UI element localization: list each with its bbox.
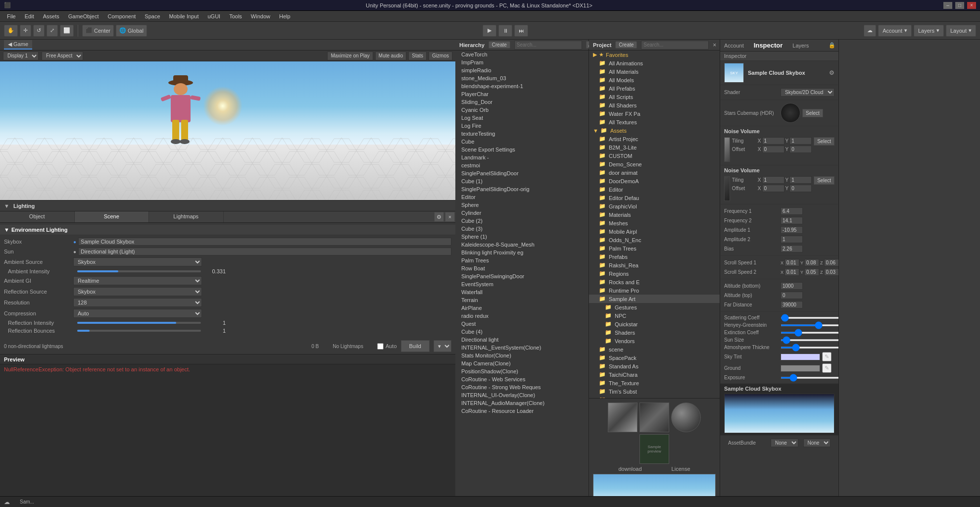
thumbnail-preview[interactable]: Samplepreview bbox=[639, 434, 669, 464]
large-sky-preview[interactable] bbox=[724, 394, 834, 433]
lighting-settings-btn[interactable]: ⚙ bbox=[434, 212, 444, 222]
stats-btn[interactable]: Stats bbox=[408, 51, 427, 60]
h-item-simpleradio[interactable]: simpleRadio bbox=[455, 66, 588, 74]
h-item-dir-light[interactable]: Directional light bbox=[455, 336, 588, 344]
rotate-tool-btn[interactable]: ↺ bbox=[33, 25, 45, 37]
scene-viewport[interactable] bbox=[0, 61, 455, 200]
h-item-cube-2[interactable]: Cube (2) bbox=[455, 217, 588, 225]
amp2-input[interactable] bbox=[781, 236, 803, 243]
p-rakshi[interactable]: 📁 Rakshi_Rea bbox=[589, 261, 720, 269]
play-btn[interactable]: ▶ bbox=[483, 25, 496, 37]
menu-help[interactable]: Help bbox=[275, 12, 294, 20]
extinction-slider[interactable] bbox=[781, 332, 839, 334]
account-btn[interactable]: Account ▾ bbox=[878, 25, 912, 37]
account-tab[interactable]: Account bbox=[724, 43, 744, 49]
sun-size-slider[interactable] bbox=[781, 339, 839, 341]
h-item-blinking[interactable]: Blinking light Proximity eg bbox=[455, 249, 588, 256]
h-item-cube-4[interactable]: Cube (4) bbox=[455, 328, 588, 336]
p-scene[interactable]: 📁 scene bbox=[589, 345, 720, 354]
p-b2m[interactable]: 📁 B2M_3-Lite bbox=[589, 143, 720, 152]
aspect-select[interactable]: Free Aspect bbox=[42, 51, 83, 60]
p-meshes[interactable]: 📁 Meshes bbox=[589, 219, 720, 227]
h-item-coroutine-resource[interactable]: CoRoutine - Resource Loader bbox=[455, 407, 588, 415]
project-create-btn[interactable]: Create bbox=[615, 41, 637, 49]
minimize-btn[interactable]: – bbox=[943, 2, 952, 9]
amp1-input[interactable] bbox=[781, 226, 803, 234]
lighting-close-btn[interactable]: × bbox=[445, 212, 455, 222]
noise1-offset-x[interactable] bbox=[762, 146, 784, 153]
p-taichichara[interactable]: 📁 TaichiChara bbox=[589, 370, 720, 379]
h-item-sphere[interactable]: Sphere bbox=[455, 201, 588, 209]
rect-tool-btn[interactable]: ⬜ bbox=[60, 25, 74, 37]
menu-window[interactable]: Window bbox=[247, 12, 274, 20]
h-item-map-camera[interactable]: Map Camera(Clone) bbox=[455, 359, 588, 367]
auto-checkbox[interactable] bbox=[377, 343, 384, 350]
p-artist-project[interactable]: 📁 Artist Projec bbox=[589, 135, 720, 143]
assets-header[interactable]: ▼ 📁 Assets bbox=[589, 126, 720, 135]
h-item-internal-audio[interactable]: INTERNAL_AudioManager(Clone) bbox=[455, 399, 588, 407]
noise2-tiling-x[interactable] bbox=[762, 176, 784, 184]
atm-thick-slider[interactable] bbox=[781, 347, 839, 349]
h-item-cube[interactable]: Cube bbox=[455, 138, 588, 146]
build-options-select[interactable]: ▾ bbox=[434, 340, 451, 352]
noise1-texture[interactable] bbox=[724, 137, 730, 162]
p-prefabs[interactable]: 📁 Prefabs bbox=[589, 253, 720, 261]
lighting-tab-lightmaps[interactable]: Lightmaps bbox=[149, 211, 224, 222]
collab-btn[interactable]: ☁ bbox=[864, 25, 876, 37]
thumbnail-sphere[interactable] bbox=[671, 403, 701, 432]
p-standard-as[interactable]: 📁 Standard As bbox=[589, 362, 720, 370]
reflection-intensity-slider[interactable] bbox=[77, 322, 201, 324]
h-item-landmark[interactable]: Landmark - bbox=[455, 153, 588, 161]
shader-select[interactable]: Skybox/2D Cloud Skybo bbox=[781, 88, 834, 97]
h-item-internal-event[interactable]: INTERNAL_EventSystem(Clone) bbox=[455, 344, 588, 352]
menu-assets[interactable]: Assets bbox=[39, 12, 63, 20]
noise2-select-btn[interactable]: Select bbox=[814, 176, 834, 185]
menu-ugui[interactable]: uGUI bbox=[203, 12, 224, 20]
ground-edit-btn[interactable]: ✎ bbox=[822, 363, 832, 373]
menu-file[interactable]: File bbox=[3, 12, 20, 20]
h-item-terrain[interactable]: Terrain bbox=[455, 296, 588, 304]
h-item-cavetorch[interactable]: CaveTorch bbox=[455, 51, 588, 58]
step-btn[interactable]: ⏭ bbox=[514, 25, 528, 37]
menu-edit[interactable]: Edit bbox=[21, 12, 38, 20]
h-item-eventsystem[interactable]: EventSystem bbox=[455, 280, 588, 288]
noise1-select-btn[interactable]: Select bbox=[814, 137, 834, 146]
layers-btn[interactable]: Layers ▾ bbox=[914, 25, 944, 37]
h-item-playerchar[interactable]: PlayerChar bbox=[455, 90, 588, 98]
favorites-header[interactable]: ▶ ★ Favorites bbox=[589, 51, 720, 59]
ab-variant-select[interactable]: None bbox=[803, 439, 831, 447]
ground-swatch[interactable] bbox=[781, 365, 820, 372]
freq1-input[interactable] bbox=[781, 207, 803, 215]
maximize-btn[interactable]: □ bbox=[955, 2, 964, 9]
h-item-radio-redux[interactable]: radio redux bbox=[455, 312, 588, 320]
h-item-swinging-door[interactable]: SinglePanelSwingingDoor bbox=[455, 272, 588, 280]
p-all-scripts[interactable]: 📁 All Scripts bbox=[589, 93, 720, 101]
maximize-on-play-btn[interactable]: Maximize on Play bbox=[327, 51, 373, 60]
h-item-cube-1[interactable]: Cube (1) bbox=[455, 177, 588, 185]
skybox-input[interactable] bbox=[78, 238, 451, 246]
mute-audio-btn[interactable]: Mute audio bbox=[375, 51, 406, 60]
noise1-tiling-x[interactable] bbox=[762, 137, 784, 145]
scattering-slider[interactable] bbox=[781, 317, 839, 319]
h-item-coroutine-web[interactable]: CoRoutine - Web Services bbox=[455, 375, 588, 383]
h-item-texture-testing[interactable]: textureTesting bbox=[455, 130, 588, 138]
h-item-imppram[interactable]: ImpPram bbox=[455, 58, 588, 66]
build-btn[interactable]: Build bbox=[401, 340, 430, 352]
scroll1-x[interactable] bbox=[784, 259, 799, 266]
global-btn[interactable]: 🌐 Global bbox=[116, 25, 147, 37]
ambient-intensity-slider[interactable] bbox=[77, 270, 201, 272]
p-all-materials[interactable]: 📁 All Materials bbox=[589, 67, 720, 76]
h-item-cube-3[interactable]: Cube (3) bbox=[455, 225, 588, 233]
scroll1-z[interactable] bbox=[824, 259, 839, 266]
sky-tint-edit-btn[interactable]: ✎ bbox=[822, 352, 832, 361]
h-item-quest[interactable]: Quest bbox=[455, 320, 588, 328]
reflection-source-select[interactable]: Skybox bbox=[73, 287, 202, 296]
inspector-lock-btn[interactable]: 🔒 bbox=[829, 42, 835, 49]
scroll2-z[interactable] bbox=[824, 268, 839, 276]
thumbnail-layer[interactable] bbox=[639, 403, 669, 432]
h-item-log-fire[interactable]: Log Fire bbox=[455, 122, 588, 130]
noise2-texture[interactable] bbox=[724, 176, 730, 201]
h-item-waterfall[interactable]: Waterfall bbox=[455, 288, 588, 296]
ab-select[interactable]: None bbox=[771, 439, 798, 447]
h-item-scene-export[interactable]: Scene Export Settings bbox=[455, 146, 588, 153]
